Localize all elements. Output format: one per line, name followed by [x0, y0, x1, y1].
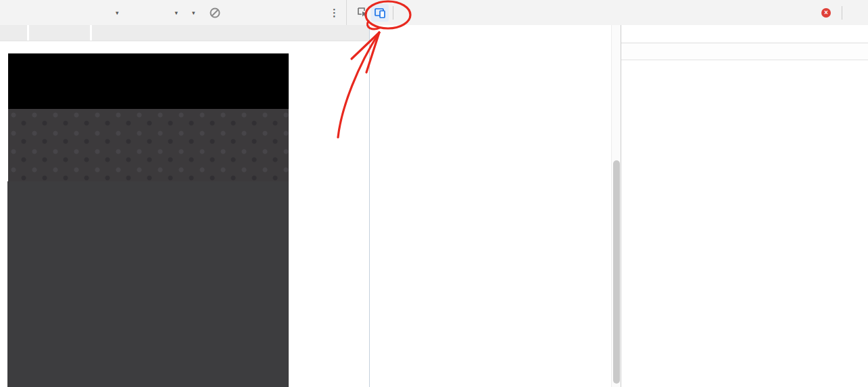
zoom-select[interactable]: ▾ [172, 9, 178, 16]
devtools-topbar: ▾ ▾ ▾ ⋮ [0, 0, 868, 26]
network-throttle-select[interactable]: ▾ [189, 9, 195, 16]
device-menu-icon[interactable]: ⋮ [329, 7, 339, 18]
toolbar-divider [393, 6, 393, 20]
styles-filter-row [621, 43, 868, 60]
chevron-down-icon: ▾ [175, 9, 178, 16]
game-status-bar [8, 109, 289, 181]
device-toolbar: ▾ ▾ ▾ ⋮ [0, 0, 347, 25]
styles-filter-input[interactable] [627, 46, 863, 57]
chevron-down-icon: ▾ [192, 9, 195, 16]
devtools-content [0, 25, 868, 387]
styles-sidebar [621, 25, 868, 387]
box-model-diagram[interactable] [621, 60, 868, 78]
game-keys-row [8, 116, 289, 118]
elements-scrollbar[interactable] [611, 25, 621, 387]
emulated-page-area [0, 25, 369, 387]
rotate-icon[interactable] [209, 7, 221, 19]
scrollbar-up-icon[interactable] [612, 25, 621, 28]
toggle-device-toolbar-icon[interactable] [371, 4, 389, 22]
game-viewport[interactable] [8, 53, 289, 387]
toolbar-divider [842, 6, 842, 20]
error-icon: × [821, 8, 831, 18]
scrollbar-thumb[interactable] [613, 160, 620, 384]
media-query-bar[interactable] [0, 25, 369, 41]
styles-subtabs [621, 25, 868, 43]
game-canvas-black-area[interactable] [8, 53, 289, 109]
game-stat-rows [8, 109, 289, 116]
device-select[interactable]: ▾ [112, 9, 119, 16]
inspect-element-icon[interactable] [354, 4, 371, 22]
game-map[interactable] [7, 181, 289, 387]
chevron-down-icon: ▾ [116, 9, 119, 16]
elements-panel [369, 25, 621, 387]
devtools-window: ▾ ▾ ▾ ⋮ [0, 0, 868, 387]
error-count-badge[interactable]: × [817, 8, 838, 18]
devtools-tabbar: × [347, 0, 868, 25]
